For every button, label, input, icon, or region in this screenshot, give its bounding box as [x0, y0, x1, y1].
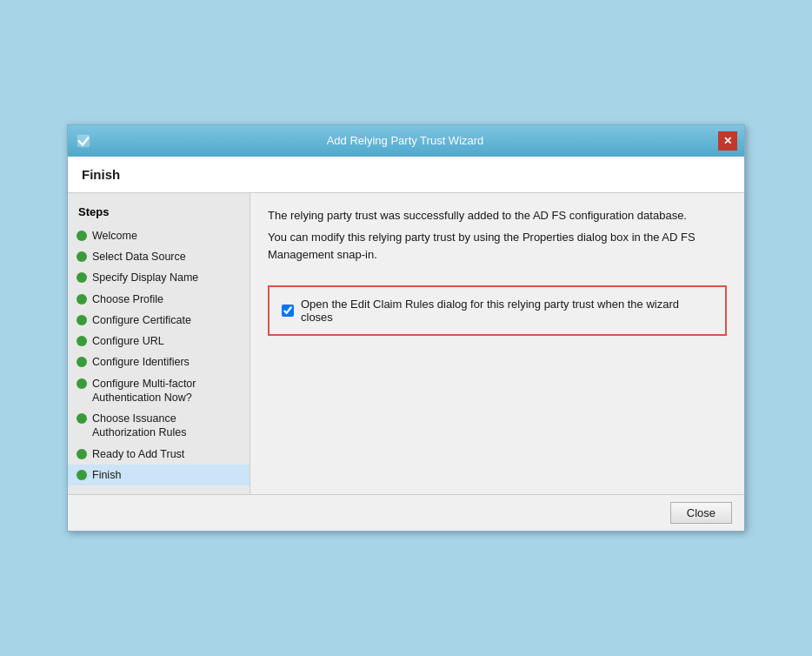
- sidebar: Steps Welcome Select Data Source Specify…: [68, 193, 250, 494]
- title-bar-icon: [75, 132, 92, 150]
- step-finish[interactable]: Finish: [68, 465, 250, 485]
- steps-header: Steps: [68, 202, 250, 225]
- step-specify-display-name[interactable]: Specify Display Name: [68, 267, 250, 288]
- step-dot-choose-issuance: [77, 413, 87, 424]
- step-configure-multifactor[interactable]: Configure Multi-factorAuthentication Now…: [68, 373, 250, 409]
- step-dot-welcome: [77, 231, 87, 241]
- step-dot-ready-to-add-trust: [77, 449, 87, 459]
- finish-title: Finish: [82, 167, 730, 182]
- step-label-finish: Finish: [92, 468, 121, 482]
- step-configure-identifiers[interactable]: Configure Identifiers: [68, 351, 250, 372]
- step-select-data-source[interactable]: Select Data Source: [68, 246, 250, 267]
- edit-claim-rules-label[interactable]: Open the Edit Claim Rules dialog for thi…: [301, 298, 713, 324]
- success-line2: You can modify this relying party trust …: [268, 229, 727, 263]
- step-ready-to-add-trust[interactable]: Ready to Add Trust: [68, 444, 250, 465]
- close-button[interactable]: Close: [670, 502, 732, 524]
- step-dot-configure-multifactor: [77, 378, 87, 389]
- step-dot-finish: [77, 470, 87, 480]
- step-label-welcome: Welcome: [92, 229, 137, 243]
- step-label-configure-certificate: Configure Certificate: [92, 313, 191, 327]
- step-configure-url[interactable]: Configure URL: [68, 331, 250, 351]
- step-label-configure-identifiers: Configure Identifiers: [92, 355, 190, 369]
- title-bar: Add Relying Party Trust Wizard ✕: [68, 125, 744, 157]
- footer: Close: [68, 494, 744, 531]
- step-label-choose-issuance: Choose IssuanceAuthorization Rules: [92, 412, 186, 440]
- finish-header: Finish: [68, 157, 744, 193]
- step-choose-issuance[interactable]: Choose IssuanceAuthorization Rules: [68, 408, 250, 444]
- edit-claim-rules-checkbox[interactable]: [282, 305, 294, 317]
- dialog-title: Add Relying Party Trust Wizard: [92, 134, 718, 147]
- step-dot-select-data-source: [77, 251, 87, 262]
- wizard-dialog: Add Relying Party Trust Wizard ✕ Finish …: [67, 124, 745, 532]
- step-label-configure-url: Configure URL: [92, 334, 164, 348]
- main-content: The relying party trust was successfully…: [250, 193, 744, 494]
- dialog-body: Finish Steps Welcome Select Data Source …: [68, 157, 744, 531]
- step-label-select-data-source: Select Data Source: [92, 250, 186, 264]
- step-dot-choose-profile: [77, 294, 87, 305]
- step-dot-specify-display-name: [77, 272, 87, 283]
- step-choose-profile[interactable]: Choose Profile: [68, 289, 250, 310]
- close-window-button[interactable]: ✕: [718, 131, 737, 151]
- step-configure-certificate[interactable]: Configure Certificate: [68, 310, 250, 331]
- step-label-specify-display-name: Specify Display Name: [92, 271, 198, 284]
- step-dot-configure-url: [77, 336, 87, 346]
- step-dot-configure-identifiers: [77, 357, 87, 367]
- step-label-configure-multifactor: Configure Multi-factorAuthentication Now…: [92, 377, 196, 405]
- step-welcome[interactable]: Welcome: [68, 225, 250, 246]
- step-label-choose-profile: Choose Profile: [92, 292, 163, 306]
- step-label-ready-to-add-trust: Ready to Add Trust: [92, 447, 184, 461]
- content-area: Steps Welcome Select Data Source Specify…: [68, 193, 744, 494]
- edit-claim-rules-section: Open the Edit Claim Rules dialog for thi…: [268, 285, 727, 336]
- success-line1: The relying party trust was successfully…: [268, 207, 727, 224]
- step-dot-configure-certificate: [77, 315, 87, 325]
